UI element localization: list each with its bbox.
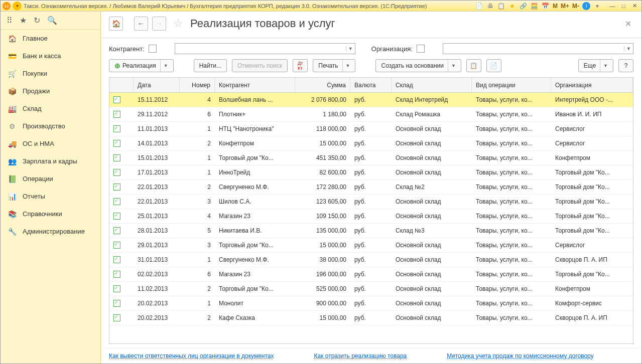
cell-date: 17.01.2013 — [134, 169, 180, 176]
tb-mplus-button[interactable]: M+ — [561, 3, 569, 10]
sidebar-item-3[interactable]: 📦Продажи — [1, 82, 100, 100]
tb-m-button[interactable]: M — [553, 3, 558, 10]
cell-operation: Товары, услуги, ко... — [472, 314, 551, 321]
chevron-down-icon[interactable]: ▼ — [624, 46, 633, 51]
table-row[interactable]: 02.02.2013 6 Магазин 23 196 000,00 руб. … — [109, 267, 633, 282]
close-window-button[interactable]: ✕ — [629, 2, 639, 10]
cell-date: 20.02.2013 — [134, 314, 180, 321]
sidebar-item-6[interactable]: 🚚ОС и НМА — [1, 135, 100, 152]
minimize-button[interactable]: — — [607, 2, 617, 10]
th-sum[interactable]: Сумма — [295, 78, 350, 92]
cell-sklad: Основной склад — [392, 314, 472, 321]
cell-date: 25.01.2013 — [134, 213, 180, 220]
tb-star-icon[interactable]: ★ — [508, 2, 517, 10]
cell-operation: Товары, услуги, ко... — [472, 169, 551, 176]
print-button[interactable]: Печать ▼ — [313, 59, 355, 72]
cell-sum: 525 000,00 — [295, 285, 350, 292]
sidebar-icon: 📦 — [8, 87, 17, 96]
sidebar-icon: ⚙ — [8, 122, 17, 131]
table-row[interactable]: 20.02.2013 2 Кафе Сказка 15 000,00 руб. … — [109, 311, 633, 325]
more-button[interactable]: Еще ▼ — [578, 59, 613, 72]
table-row[interactable]: 20.02.2013 1 Монолит 900 000,00 руб. Осн… — [109, 296, 633, 311]
cell-number: 1 — [180, 154, 215, 161]
chevron-down-icon[interactable]: ▼ — [600, 60, 608, 72]
contragent-select[interactable]: ▼ — [175, 43, 355, 54]
dtkr-button[interactable]: ДтКт — [293, 59, 308, 72]
history-icon[interactable]: ↻ — [34, 16, 40, 25]
org-checkbox[interactable] — [417, 45, 425, 53]
favorite-star-icon[interactable]: ☆ — [173, 17, 183, 30]
tb-info-icon[interactable]: i — [582, 2, 590, 10]
help-button[interactable]: ? — [618, 59, 633, 72]
table-row[interactable]: 25.01.2013 4 Магазин 23 109 150,00 руб. … — [109, 209, 633, 224]
create-based-button[interactable]: Создать на основании ▼ — [375, 59, 461, 72]
back-button[interactable]: ← — [134, 17, 148, 31]
search-icon[interactable]: 🔍 — [47, 16, 57, 25]
favorites-icon[interactable]: ★ — [20, 16, 27, 25]
th-date[interactable]: Дата — [134, 78, 180, 92]
th-contragent[interactable]: Контрагент — [215, 78, 295, 92]
forward-button[interactable]: → — [152, 17, 166, 31]
table-row[interactable]: 31.01.2013 1 Свергуненко М.Ф. 38 000,00 … — [109, 253, 633, 267]
realizatsiya-button[interactable]: ⊕ Реализация ▼ — [109, 59, 174, 72]
report-button[interactable]: 📄 — [486, 59, 501, 72]
footer-link-2[interactable]: Как отразить реализацию товара — [314, 352, 407, 359]
table-row[interactable]: 11.02.2013 2 Торговый дом "Ко... 525 000… — [109, 282, 633, 296]
cell-sum: 196 000,00 — [295, 271, 350, 278]
chevron-down-icon[interactable]: ▼ — [342, 60, 350, 72]
cancel-search-button[interactable]: Отменить поиск — [232, 59, 288, 72]
chevron-down-icon[interactable]: ▼ — [346, 46, 355, 51]
sidebar-item-5[interactable]: ⚙Производство — [1, 117, 100, 135]
sidebar-item-4[interactable]: 🏭Склад — [1, 100, 100, 117]
th-org[interactable]: Организация — [551, 78, 633, 92]
table-row[interactable]: 22.01.2013 3 Шилов С.А. 123 605,00 руб. … — [109, 195, 633, 209]
table-row[interactable]: 15.11.2012 4 Волшебная лань ... 2 076 80… — [109, 93, 633, 107]
tb-calendar-icon[interactable]: 📅 — [542, 2, 550, 10]
cell-sklad: Основной склад — [392, 242, 472, 249]
sidebar-item-7[interactable]: 👥Зарплата и кадры — [1, 152, 100, 170]
chevron-down-icon[interactable]: ▼ — [160, 60, 168, 72]
org-select[interactable]: ▼ — [443, 43, 633, 54]
apps-icon[interactable]: ⠿ — [7, 16, 13, 25]
table-row[interactable]: 15.01.2013 1 Торговый дом "Ко... 451 350… — [109, 151, 633, 165]
document-status-icon — [113, 96, 120, 103]
find-button[interactable]: Найти... — [194, 59, 227, 72]
table-row[interactable]: 14.01.2013 2 Конфетпром 15 000,00 руб. О… — [109, 136, 633, 151]
list-view-button[interactable]: 📋 — [466, 59, 481, 72]
maximize-button[interactable]: □ — [618, 2, 628, 10]
sidebar-item-9[interactable]: 📊Отчеты — [1, 188, 100, 205]
table-row[interactable]: 17.01.2013 1 ИнноТрейд 82 600,00 руб. Ос… — [109, 165, 633, 180]
sidebar-item-11[interactable]: 🔧Администрирование — [1, 223, 100, 240]
table-row[interactable]: 28.01.2013 5 Никитаева И.В. 135 000,00 р… — [109, 224, 633, 238]
tb-print-icon[interactable]: 🖶 — [486, 2, 494, 10]
table-row[interactable]: 29.01.2013 3 Торговый дом "Ко... 15 000,… — [109, 238, 633, 253]
tb-calculator-icon[interactable]: 🧮 — [531, 2, 539, 10]
close-page-button[interactable]: ✕ — [623, 17, 633, 31]
sidebar-item-8[interactable]: 📗Операции — [1, 170, 100, 188]
th-sklad[interactable]: Склад — [392, 78, 472, 92]
sidebar-item-10[interactable]: 📚Справочники — [1, 205, 100, 223]
home-button[interactable]: 🏠 — [109, 17, 123, 31]
table-row[interactable]: 22.01.2013 2 Свергуненко М.Ф. 172 280,00… — [109, 180, 633, 195]
contragent-checkbox[interactable] — [149, 45, 157, 53]
cell-number: 5 — [180, 227, 215, 234]
tb-link-icon[interactable]: 🔗 — [520, 2, 528, 10]
titlebar-back-button[interactable]: ▾ — [13, 2, 22, 11]
th-currency[interactable]: Валюта — [350, 78, 392, 92]
th-number[interactable]: Номер — [180, 78, 215, 92]
tb-mminus-button[interactable]: M- — [572, 3, 579, 10]
th-icon[interactable] — [109, 78, 134, 92]
tb-dropdown-icon[interactable]: ▾ — [593, 2, 601, 10]
sidebar-item-1[interactable]: 💳Банк и касса — [1, 47, 100, 65]
footer-link-3[interactable]: Методика учета продаж по комиссионному д… — [447, 352, 593, 359]
cell-date: 31.01.2013 — [134, 256, 180, 263]
table-row[interactable]: 29.11.2012 6 Плотник+ 1 180,00 руб. Скла… — [109, 107, 633, 122]
table-row[interactable]: 11.01.2013 1 НТЦ "Нанотроника" 118 000,0… — [109, 122, 633, 136]
th-operation[interactable]: Вид операции — [472, 78, 551, 92]
footer-link-1[interactable]: Как вывести ответственных лиц организаци… — [109, 352, 274, 359]
sidebar-item-2[interactable]: 🛒Покупки — [1, 65, 100, 82]
tb-doc-icon[interactable]: 📄 — [475, 2, 483, 10]
chevron-down-icon[interactable]: ▼ — [448, 60, 456, 72]
tb-copy-icon[interactable]: 📋 — [497, 2, 505, 10]
sidebar-item-0[interactable]: 🏠Главное — [1, 30, 100, 47]
